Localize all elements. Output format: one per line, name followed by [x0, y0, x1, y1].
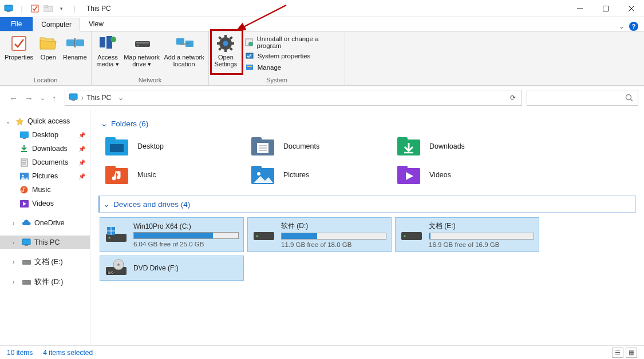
- qat-properties-icon[interactable]: [29, 2, 41, 15]
- chevron-down-icon[interactable]: ⌄: [6, 118, 11, 125]
- drive-dvd[interactable]: DVD DVD Drive (F:): [100, 256, 244, 281]
- add-location-button[interactable]: Add a network location: [162, 33, 206, 69]
- help-icon[interactable]: ?: [629, 22, 638, 31]
- manage-button[interactable]: Manage: [245, 63, 339, 72]
- map-drive-button[interactable]: Map network drive ▾: [123, 33, 161, 69]
- sidebar-drive-d[interactable]: › 软件 (D:): [0, 275, 90, 289]
- open-settings-button[interactable]: Open Settings: [211, 33, 240, 69]
- maximize-button[interactable]: [592, 0, 618, 17]
- folder-downloads[interactable]: Downloads: [394, 134, 540, 159]
- svg-rect-16: [135, 41, 150, 47]
- window-title: This PC: [86, 5, 111, 13]
- sidebar-onedrive[interactable]: › OneDrive: [0, 216, 90, 230]
- rename-button[interactable]: Rename: [61, 33, 89, 69]
- svg-point-85: [256, 235, 258, 237]
- forward-button[interactable]: →: [25, 93, 33, 103]
- close-button[interactable]: [618, 0, 644, 17]
- sidebar-drive-e[interactable]: › 文档 (E:): [0, 255, 90, 269]
- window-controls: [567, 0, 644, 17]
- sidebar-music[interactable]: Music: [0, 183, 90, 197]
- svg-point-79: [108, 237, 110, 238]
- breadcrumb-this-pc[interactable]: This PC: [87, 94, 112, 102]
- svg-rect-60: [105, 137, 116, 142]
- section-folders-header[interactable]: ⌄ Folders (6): [98, 115, 636, 131]
- view-toggles: ☰ ▦: [612, 348, 637, 358]
- open-button[interactable]: Open: [37, 33, 60, 69]
- folder-videos[interactable]: Videos: [394, 162, 540, 188]
- back-button[interactable]: ←: [9, 93, 18, 103]
- drive-c[interactable]: Win10Pro X64 (C:) 6.04 GB free of 25.0 G…: [100, 217, 244, 252]
- tab-view[interactable]: View: [80, 17, 112, 31]
- sidebar-videos[interactable]: Videos: [0, 197, 90, 210]
- sidebar-this-pc[interactable]: › This PC: [0, 236, 90, 249]
- svg-rect-2: [31, 5, 38, 12]
- address-dropdown-icon[interactable]: ⌄: [114, 94, 127, 102]
- svg-rect-38: [69, 94, 77, 99]
- open-folder-icon: [39, 34, 57, 53]
- sidebar-documents[interactable]: Documents📌: [0, 155, 90, 169]
- folder-pictures[interactable]: Pictures: [248, 162, 394, 188]
- sidebar-quick-access[interactable]: ⌄ Quick access: [0, 114, 90, 128]
- body: ⌄ Quick access Desktop📌 Downloads📌 Docum…: [0, 110, 644, 345]
- folder-desktop[interactable]: Desktop: [102, 134, 248, 159]
- refresh-button[interactable]: ⟳: [508, 94, 518, 102]
- tab-file[interactable]: File: [0, 17, 33, 31]
- system-properties-button[interactable]: System properties: [245, 51, 339, 61]
- chevron-right-icon[interactable]: ›: [13, 259, 18, 265]
- svg-rect-24: [224, 35, 227, 38]
- uninstall-button[interactable]: Uninstall or change a program: [245, 35, 339, 49]
- chevron-right-icon[interactable]: ›: [13, 220, 18, 226]
- svg-rect-27: [231, 42, 234, 45]
- svg-line-41: [631, 99, 633, 102]
- videos-icon: [19, 199, 29, 208]
- folder-documents[interactable]: Documents: [248, 134, 394, 159]
- this-pc-icon: [22, 238, 31, 247]
- icons-view-button[interactable]: ▦: [626, 348, 637, 358]
- downloads-folder-icon: [396, 136, 421, 157]
- ribbon-tabs: File Computer View ⌄ ?: [0, 17, 644, 31]
- sidebar-desktop[interactable]: Desktop📌: [0, 128, 90, 142]
- svg-rect-10: [66, 39, 74, 46]
- tab-computer[interactable]: Computer: [33, 18, 80, 31]
- app-icon[interactable]: [2, 2, 15, 15]
- minimize-button[interactable]: [567, 0, 592, 17]
- music-folder-icon: [104, 165, 129, 185]
- drive-e[interactable]: 文档 (E:) 16.9 GB free of 16.9 GB: [395, 217, 539, 252]
- search-box[interactable]: [527, 90, 638, 106]
- pin-icon: 📌: [78, 159, 85, 166]
- sidebar-pictures[interactable]: Pictures📌: [0, 169, 90, 183]
- details-view-button[interactable]: ☰: [612, 348, 623, 358]
- status-item-count: 10 items: [7, 349, 33, 357]
- qat-folder-icon[interactable]: [42, 2, 54, 15]
- title-bar: | ▾ | This PC: [0, 0, 644, 17]
- svg-rect-39: [72, 99, 75, 101]
- svg-point-51: [21, 186, 28, 194]
- folder-music[interactable]: Music: [102, 162, 248, 188]
- section-drives-header[interactable]: ⌄ Devices and drives (4): [98, 196, 636, 213]
- music-icon: [19, 185, 29, 194]
- sidebar-downloads[interactable]: Downloads📌: [0, 142, 90, 155]
- drive-d[interactable]: 软件 (D:) 11.9 GB free of 18.0 GB: [247, 217, 392, 252]
- svg-rect-36: [247, 66, 252, 67]
- address-bar[interactable]: › This PC ⌄ ⟳: [65, 90, 523, 106]
- rename-icon: [66, 34, 84, 53]
- status-selected-count: 4 items selected: [43, 349, 93, 357]
- properties-button[interactable]: Properties: [2, 33, 35, 69]
- svg-rect-6: [603, 6, 608, 11]
- quick-access-toolbar: | ▾ |: [0, 2, 83, 15]
- svg-point-40: [626, 95, 631, 100]
- recent-dropdown[interactable]: ⌄: [40, 94, 45, 102]
- this-pc-icon: [69, 93, 78, 102]
- access-media-button[interactable]: Access media ▾: [94, 33, 121, 69]
- up-button[interactable]: ↑: [52, 93, 57, 103]
- desktop-folder-icon: [104, 136, 129, 157]
- pictures-folder-icon: [250, 165, 275, 185]
- address-sep: ›: [81, 94, 84, 102]
- qat-dropdown-icon[interactable]: ▾: [55, 2, 68, 15]
- chevron-right-icon[interactable]: ›: [13, 240, 18, 246]
- svg-point-18: [137, 45, 138, 46]
- chevron-right-icon[interactable]: ›: [13, 279, 18, 285]
- svg-point-50: [22, 174, 23, 176]
- collapse-ribbon-icon[interactable]: ⌄: [619, 22, 625, 30]
- svg-rect-69: [397, 137, 408, 142]
